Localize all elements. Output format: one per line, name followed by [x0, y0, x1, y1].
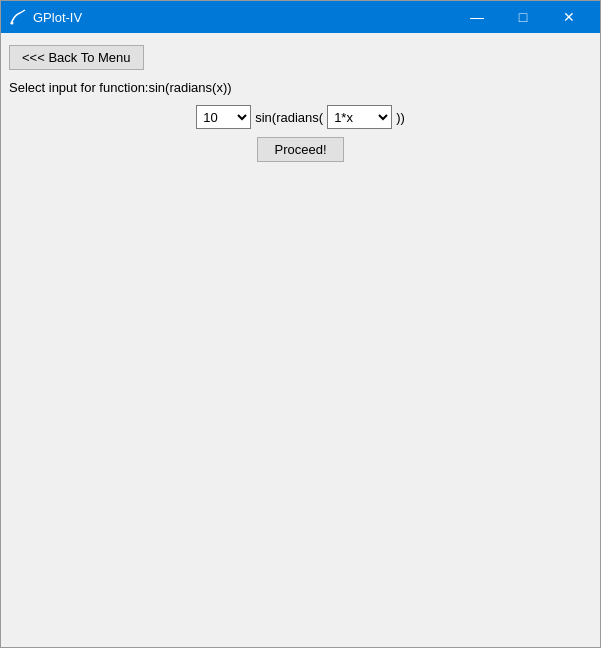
title-bar: GPlot-IV — □ ✕	[1, 1, 600, 33]
number-select[interactable]: 10 20 30 40 50	[196, 105, 251, 129]
proceed-row: Proceed!	[9, 137, 592, 162]
proceed-button[interactable]: Proceed!	[257, 137, 343, 162]
svg-point-0	[11, 22, 14, 25]
multiplier-select[interactable]: 1*x 2*x 3*x 0.5*x	[327, 105, 392, 129]
function-suffix-label: ))	[396, 110, 405, 125]
window-controls: — □ ✕	[454, 1, 592, 33]
close-button[interactable]: ✕	[546, 1, 592, 33]
main-window: GPlot-IV — □ ✕ <<< Back To Menu Select i…	[0, 0, 601, 648]
function-prefix-label: sin(radians(	[255, 110, 323, 125]
maximize-button[interactable]: □	[500, 1, 546, 33]
window-title: GPlot-IV	[33, 10, 454, 25]
content-area: <<< Back To Menu Select input for functi…	[1, 33, 600, 647]
app-icon	[9, 8, 27, 26]
minimize-button[interactable]: —	[454, 1, 500, 33]
select-label: Select input for function:sin(radians(x)…	[9, 80, 592, 95]
input-row: 10 20 30 40 50 sin(radians( 1*x 2*x 3*x …	[9, 105, 592, 129]
back-to-menu-button[interactable]: <<< Back To Menu	[9, 45, 144, 70]
